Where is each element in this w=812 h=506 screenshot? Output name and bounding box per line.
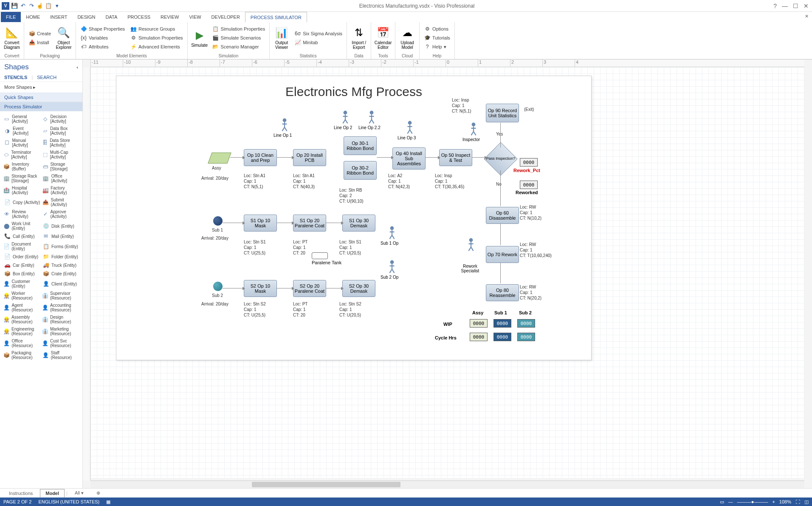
six-sigma-button[interactable]: 6σSix Sigma Analysis <box>293 29 344 38</box>
tab-design[interactable]: DESIGN <box>72 12 100 22</box>
shape-item[interactable]: 👷Engineering (Resource) <box>3 325 41 337</box>
op40-box[interactable]: Op 40 Install Sub Assemblies <box>392 147 426 170</box>
shape-item[interactable]: 👔Marketing (Resource) <box>41 325 80 337</box>
shape-item[interactable]: 📁Folder (Entity) <box>41 252 80 261</box>
s2op10-box[interactable]: S2 Op 10 Mask <box>244 280 277 297</box>
shape-item[interactable]: 📞Call (Entity) <box>3 232 41 240</box>
person-icon[interactable] <box>367 110 376 124</box>
shape-item[interactable]: 👔Design (Resource) <box>41 314 80 325</box>
person-icon[interactable] <box>405 120 414 135</box>
shape-item[interactable]: ◇Decision [Activity] <box>41 113 80 125</box>
shape-item[interactable]: 📦Crate (Entity) <box>41 269 80 278</box>
op50-box[interactable]: Op 50 Inspect & Test <box>439 149 472 166</box>
undo-icon[interactable]: ↶ <box>20 3 26 9</box>
touch-icon[interactable]: ☝ <box>37 3 43 9</box>
op60-box[interactable]: Op 60 Disassemble <box>486 207 519 224</box>
decision-pass[interactable]: Pass Inspection? <box>486 148 516 170</box>
shape-item[interactable]: ⬭Terminator [Activity] <box>3 149 41 161</box>
op301-box[interactable]: Op 30-1 Ribbon Bond <box>344 136 377 155</box>
person-icon[interactable] <box>387 226 397 240</box>
shape-item[interactable]: ▱Data Box [Activity] <box>41 125 80 137</box>
drawing-page[interactable]: Electronics Mfg Process Assy Arrival: 20… <box>116 76 592 360</box>
output-viewer-button[interactable]: 📊Output Viewer <box>272 23 291 53</box>
shape-item[interactable]: 👔Supervisor (Resource) <box>41 290 80 302</box>
minimize-icon[interactable]: — <box>782 3 788 9</box>
op20-box[interactable]: Op 20 Install PCB <box>293 149 326 166</box>
entity-assy[interactable] <box>208 153 231 164</box>
pan-zoom-icon[interactable]: ◫ <box>804 499 809 505</box>
convert-diagram-button[interactable]: 📐Convert Diagram <box>3 23 21 53</box>
shape-item[interactable]: 👤Staff (Resource) <box>41 349 80 361</box>
s2op20-box[interactable]: S2 Op 20 Paralene Coat <box>293 280 326 297</box>
sim-scenarios-button[interactable]: 🎬Simulate Scenarios <box>211 34 267 42</box>
shape-item[interactable]: 📄Document (Entity) <box>3 240 41 252</box>
shape-item[interactable]: 👤Cust Svc (Resource) <box>41 337 80 349</box>
resource-groups-button[interactable]: 👥Resource Groups <box>128 25 185 33</box>
tab-process-simulator[interactable]: PROCESS SIMULATOR <box>245 12 307 23</box>
shape-item[interactable]: 👤Office (Resource) <box>3 337 41 349</box>
calendar-editor-button[interactable]: 📅Calendar Editor <box>374 23 392 53</box>
shape-item[interactable]: ◑Event [Activity] <box>3 125 41 137</box>
macro-icon[interactable]: ▦ <box>106 499 110 505</box>
help-button[interactable]: ?Help ▾ <box>422 42 452 51</box>
variables-button[interactable]: {x}Variables <box>79 34 127 42</box>
advanced-elements-button[interactable]: ⚡Advanced Elements <box>128 42 185 51</box>
tab-developer[interactable]: DEVELOPER <box>206 12 245 22</box>
shape-item[interactable]: 🏢Storage Rack [Storage] <box>3 172 41 184</box>
shape-item[interactable]: 👤Accounting (Resource) <box>41 302 80 314</box>
s1op30-box[interactable]: S1 Op 30 Demask <box>342 215 375 232</box>
s1op20-box[interactable]: S1 Op 20 Paralene Coat <box>293 215 326 232</box>
shape-item[interactable]: ✓Approve (Activity) <box>41 208 80 220</box>
simulation-properties-button[interactable]: ⚙Simulation Properties <box>128 34 185 42</box>
shape-item[interactable]: 📤Submit (Activity) <box>41 196 80 208</box>
shape-item[interactable]: 👷Assembly (Resource) <box>3 314 41 325</box>
shape-item[interactable]: 📦Inventory (Buffer) <box>3 161 41 172</box>
save-icon[interactable]: 💾 <box>11 3 18 9</box>
shape-item[interactable]: 🗃Storage [Storage] <box>41 161 80 172</box>
install-button[interactable]: 📥Install <box>27 38 53 47</box>
person-icon[interactable] <box>466 237 476 252</box>
minitab-button[interactable]: 📈Minitab <box>293 38 344 47</box>
tab-process[interactable]: PROCESS <box>122 12 155 22</box>
tab-home[interactable]: HOME <box>21 12 45 22</box>
shape-item[interactable]: 📋Forms (Entity) <box>41 240 80 252</box>
shape-item[interactable]: ⬚Multi-Cap [Activity] <box>41 149 80 161</box>
tab-file[interactable]: FILE <box>1 12 21 22</box>
sheet-all[interactable]: All ▾ <box>69 489 89 498</box>
person-icon[interactable] <box>280 118 289 132</box>
shape-item[interactable]: 📄Copy (Activity) <box>3 196 41 208</box>
zoom-level[interactable]: 108% <box>779 499 791 504</box>
tab-view[interactable]: VIEW <box>184 12 206 22</box>
attributes-button[interactable]: 🏷Attributes <box>79 42 127 51</box>
op302-box[interactable]: Op 30-2 Ribbon Bond <box>344 161 377 180</box>
s1op10-box[interactable]: S1 Op 10 Mask <box>244 215 277 232</box>
shape-item[interactable]: 👤Agent (Resource) <box>3 302 41 314</box>
maximize-icon[interactable]: ☐ <box>793 3 798 9</box>
fit-page-icon[interactable]: ⛶ <box>795 499 800 504</box>
shape-item[interactable]: 🗄Data Store [Activity] <box>41 137 80 149</box>
search-tab[interactable]: SEARCH <box>37 75 56 80</box>
shape-item[interactable]: 🏭Factory (Activity) <box>41 184 80 196</box>
ribbon-collapse-icon[interactable]: ✕ <box>805 14 809 19</box>
shape-item[interactable]: 🚗Car (Entity) <box>3 261 41 269</box>
zoom-slider[interactable]: ———●——— <box>737 499 768 504</box>
person-icon[interactable] <box>341 110 350 124</box>
process-simulator-stencil[interactable]: Process Simulator <box>0 102 82 111</box>
upload-model-button[interactable]: ☁Upload Model <box>398 23 417 53</box>
shape-item[interactable]: 📄Order (Entity) <box>3 252 41 261</box>
shape-item[interactable]: 📦Packaging (Resource) <box>3 349 41 361</box>
entity-sub1[interactable] <box>213 216 223 226</box>
horizontal-scrollbar[interactable] <box>90 481 804 488</box>
shape-item[interactable]: 🏢Office [Activity] <box>41 172 80 184</box>
op90-box[interactable]: Op 90 Record Unit Statistics <box>486 104 519 122</box>
close-icon[interactable]: ✕ <box>804 3 809 9</box>
tab-data[interactable]: DATA <box>101 12 123 22</box>
options-button[interactable]: ⚙Options <box>422 25 452 33</box>
redo-icon[interactable]: ↷ <box>28 3 35 9</box>
shape-list[interactable]: ▭General [Activity]◇Decision [Activity]◑… <box>0 111 82 488</box>
drawing-canvas[interactable]: Electronics Mfg Process Assy Arrival: 20… <box>90 67 804 478</box>
shape-item[interactable]: 👷Worker (Resource) <box>3 290 41 302</box>
sim-props-button[interactable]: 📋Simulation Properties <box>211 25 267 33</box>
tab-insert[interactable]: INSERT <box>45 12 72 22</box>
shape-item[interactable]: ▭General [Activity] <box>3 113 41 125</box>
